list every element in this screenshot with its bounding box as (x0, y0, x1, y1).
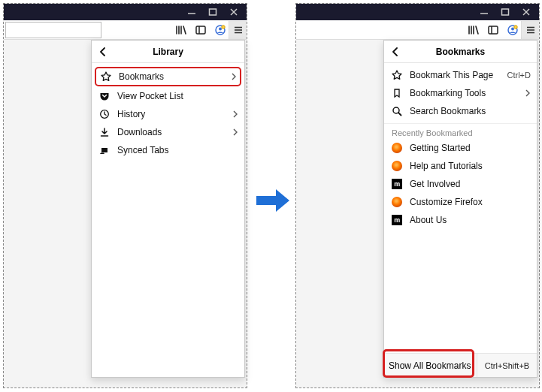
bookmark-label: Getting Started (410, 143, 531, 153)
account-icon[interactable] (506, 23, 519, 37)
app-menu-button[interactable] (229, 21, 247, 39)
window-titlebar (296, 4, 539, 20)
bookmark-label: Get Involved (410, 179, 531, 189)
svg-rect-5 (196, 26, 205, 34)
menu-item-synced-tabs[interactable]: Synced Tabs (92, 141, 244, 159)
panel-footer: Show All Bookmarks Ctrl+Shift+B (384, 353, 537, 377)
chevron-right-icon (232, 110, 238, 118)
menu-item-label: Bookmark This Page (410, 70, 507, 80)
recently-bookmarked-header: Recently Bookmarked (384, 124, 537, 139)
menu-item-label: Bookmarks (119, 71, 231, 82)
download-icon (98, 125, 111, 139)
svg-rect-15 (502, 9, 509, 15)
minimize-icon[interactable] (186, 7, 197, 17)
footer-label: Show All Bookmarks (389, 360, 471, 371)
star-icon (390, 68, 404, 82)
recently-bookmarked-list: Getting Started Help and Tutorials m Get… (384, 139, 537, 232)
menu-item-pocket[interactable]: View Pocket List (92, 87, 244, 105)
svg-marker-0 (256, 189, 289, 212)
menu-item-downloads[interactable]: Downloads (92, 123, 244, 141)
menu-item-bookmarking-tools[interactable]: Bookmarking Tools (384, 84, 537, 102)
panel-title: Library (92, 47, 244, 57)
firefox-favicon-icon (390, 159, 404, 173)
menu-item-bookmarks[interactable]: Bookmarks (95, 67, 241, 86)
menu-item-label: Bookmarking Tools (410, 88, 525, 98)
bookmarks-panel: Bookmarks Bookmark This Page Ctrl+D Book… (383, 40, 537, 378)
firefox-favicon-icon (390, 141, 404, 155)
menu-item-label: Synced Tabs (117, 145, 238, 155)
library-menu-list: Bookmarks View Pocket List History Downl… (92, 63, 244, 162)
show-all-bookmarks-button[interactable]: Show All Bookmarks (384, 354, 477, 377)
back-button[interactable] (389, 45, 402, 59)
svg-rect-18 (489, 26, 498, 34)
browser-window-step2: Bookmarks Bookmark This Page Ctrl+D Book… (295, 3, 540, 388)
close-icon[interactable] (521, 7, 531, 17)
mozilla-favicon-icon: m (390, 177, 404, 191)
svg-point-21 (511, 27, 514, 30)
svg-rect-2 (210, 9, 216, 15)
bookmark-item[interactable]: Customize Firefox (384, 193, 537, 211)
app-menu-button[interactable] (521, 21, 539, 39)
footer-shortcut: Ctrl+Shift+B (477, 354, 537, 377)
history-icon (98, 107, 111, 121)
menu-item-label: Downloads (117, 127, 232, 137)
chevron-right-icon (231, 73, 237, 80)
bookmark-item[interactable]: Help and Tutorials (384, 157, 537, 175)
svg-point-8 (219, 27, 222, 30)
bookmark-item[interactable]: Getting Started (384, 139, 537, 157)
chevron-right-icon (525, 89, 531, 97)
menu-item-label: View Pocket List (117, 91, 238, 101)
bookmark-label: Customize Firefox (410, 197, 531, 207)
panel-title: Bookmarks (384, 47, 537, 57)
library-panel: Library Bookmarks View Pocket List Histo… (91, 40, 245, 378)
back-button[interactable] (96, 45, 110, 59)
firefox-favicon-icon (390, 195, 404, 209)
menu-item-bookmark-page[interactable]: Bookmark This Page Ctrl+D (384, 66, 537, 84)
minimize-icon[interactable] (479, 7, 489, 17)
bookmark-label: About Us (410, 215, 531, 225)
mozilla-favicon-icon: m (390, 213, 404, 227)
svg-point-22 (514, 25, 517, 28)
account-icon[interactable] (213, 23, 227, 37)
svg-line-27 (398, 113, 401, 116)
panel-header: Library (92, 41, 244, 63)
search-icon (390, 104, 404, 118)
browser-window-step1: Library Bookmarks View Pocket List Histo… (3, 3, 247, 388)
menu-item-label: History (117, 109, 232, 119)
library-icon[interactable] (467, 23, 480, 37)
window-titlebar (4, 4, 247, 20)
bookmark-tools-icon (390, 86, 404, 100)
panel-header: Bookmarks (384, 41, 537, 63)
browser-toolbar (296, 20, 539, 40)
tutorial-arrow-icon (256, 189, 289, 212)
sidebar-icon[interactable] (194, 23, 207, 37)
maximize-icon[interactable] (207, 7, 218, 17)
pocket-icon (98, 89, 111, 103)
bookmarks-actions: Bookmark This Page Ctrl+D Bookmarking To… (384, 63, 537, 124)
menu-item-shortcut: Ctrl+D (507, 71, 531, 80)
browser-toolbar (4, 20, 247, 40)
chevron-right-icon (232, 128, 238, 136)
url-input[interactable] (5, 22, 101, 38)
maximize-icon[interactable] (500, 7, 510, 17)
synced-tabs-icon (98, 143, 111, 157)
sidebar-icon[interactable] (486, 23, 500, 37)
bookmark-item[interactable]: m Get Involved (384, 175, 537, 193)
bookmark-label: Help and Tutorials (410, 161, 531, 171)
bookmark-item[interactable]: m About Us (384, 211, 537, 229)
library-icon[interactable] (174, 23, 188, 37)
menu-item-label: Search Bookmarks (410, 106, 531, 116)
svg-point-9 (222, 25, 225, 28)
star-icon (99, 70, 113, 83)
menu-item-search-bookmarks[interactable]: Search Bookmarks (384, 102, 537, 120)
close-icon[interactable] (229, 7, 239, 17)
menu-item-history[interactable]: History (92, 105, 244, 123)
